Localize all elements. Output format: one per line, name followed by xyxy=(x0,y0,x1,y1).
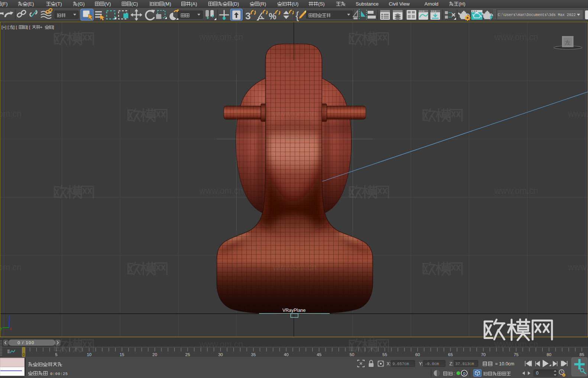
svg-text:50: 50 xyxy=(349,352,354,357)
svg-text:10: 10 xyxy=(87,352,91,357)
svg-text:75: 75 xyxy=(514,352,518,357)
svg-text:www.om.cn: www.om.cn xyxy=(272,109,317,119)
svg-text:0 / 100: 0 / 100 xyxy=(17,340,35,345)
svg-text:0: 0 xyxy=(22,352,25,357)
svg-text:Z:: Z: xyxy=(449,361,453,366)
svg-text:55: 55 xyxy=(382,352,387,357)
svg-text:(D): (D) xyxy=(232,1,239,7)
svg-text:15: 15 xyxy=(120,352,125,357)
svg-text:+: + xyxy=(40,25,43,29)
svg-text:X:: X: xyxy=(387,361,391,366)
svg-text:VRayPlane: VRayPlane xyxy=(282,308,306,313)
svg-text:www.om.cn: www.om.cn xyxy=(272,262,317,272)
svg-text:%: % xyxy=(269,12,276,21)
svg-text:[+] [: [+] [ xyxy=(1,25,9,29)
svg-text:85: 85 xyxy=(579,352,584,357)
svg-text:70: 70 xyxy=(481,352,486,357)
svg-text:] [: ] [ xyxy=(13,25,17,29)
svg-text:(F): (F) xyxy=(1,1,8,7)
svg-text:40: 40 xyxy=(284,352,289,357)
svg-text:C:\Users\Han\Documents\3ds Max: C:\Users\Han\Documents\3ds Max 2022 xyxy=(498,13,576,17)
svg-text:Civil View: Civil View xyxy=(389,1,410,7)
svg-text:Arnold: Arnold xyxy=(424,1,439,7)
svg-text:] [: ] [ xyxy=(27,25,30,29)
svg-text:37.813cm: 37.813cm xyxy=(455,362,474,366)
svg-text:0: 0 xyxy=(463,371,465,376)
svg-text:9.657cm: 9.657cm xyxy=(392,362,409,366)
svg-text:(R): (R) xyxy=(259,1,266,7)
svg-text:www.om.cn: www.om.cn xyxy=(494,186,538,196)
svg-text:(T): (T) xyxy=(56,1,62,7)
svg-text:30: 30 xyxy=(218,352,223,357)
svg-text:www.om.cn: www.om.cn xyxy=(199,186,243,196)
svg-text:60: 60 xyxy=(415,352,420,357)
svg-text:www.om.cn: www.om.cn xyxy=(199,32,243,42)
svg-text:www.om.cn: www.om.cn xyxy=(568,262,588,272)
svg-text:y: y xyxy=(0,326,2,330)
svg-text:65: 65 xyxy=(448,352,453,357)
svg-text:www.om.cn: www.om.cn xyxy=(494,339,538,349)
svg-text::: : xyxy=(453,371,455,376)
svg-text:(C): (C) xyxy=(131,1,138,7)
svg-text:(G): (G) xyxy=(78,1,85,7)
svg-text:25: 25 xyxy=(185,352,190,357)
svg-text:0:00:25: 0:00:25 xyxy=(50,372,68,376)
svg-text:35: 35 xyxy=(251,352,256,357)
svg-text:x: x xyxy=(10,327,12,331)
svg-text:5: 5 xyxy=(55,352,57,357)
svg-text:(E): (E) xyxy=(28,1,34,7)
svg-text:{: { xyxy=(295,10,299,21)
svg-text:(A): (A) xyxy=(191,1,197,7)
svg-text:z: z xyxy=(9,315,10,319)
svg-text:(H): (H) xyxy=(459,1,465,7)
svg-text:www.om.cn: www.om.cn xyxy=(0,109,22,119)
svg-text:3: 3 xyxy=(245,10,251,22)
svg-text:www.om.cn: www.om.cn xyxy=(0,262,22,272)
svg-text:www.om.cn: www.om.cn xyxy=(199,339,243,349)
svg-text:]: ] xyxy=(53,25,54,29)
svg-text:0: 0 xyxy=(536,371,539,376)
svg-text:www.om.cn: www.om.cn xyxy=(494,32,538,42)
svg-text:20: 20 xyxy=(152,352,157,357)
svg-text:(S): (S) xyxy=(318,1,324,7)
svg-text:(U): (U) xyxy=(292,1,298,7)
svg-text:Y:: Y: xyxy=(419,361,423,366)
svg-text:www.om.cn: www.om.cn xyxy=(568,109,588,119)
svg-text:= 10.0cm: = 10.0cm xyxy=(495,361,514,366)
svg-text:Substance: Substance xyxy=(356,1,378,7)
svg-text:-0.0cm: -0.0cm xyxy=(425,362,439,366)
svg-text:80: 80 xyxy=(547,352,552,357)
svg-text:45: 45 xyxy=(317,352,322,357)
svg-text:(V): (V) xyxy=(104,1,111,7)
svg-text:(M): (M) xyxy=(164,1,171,7)
